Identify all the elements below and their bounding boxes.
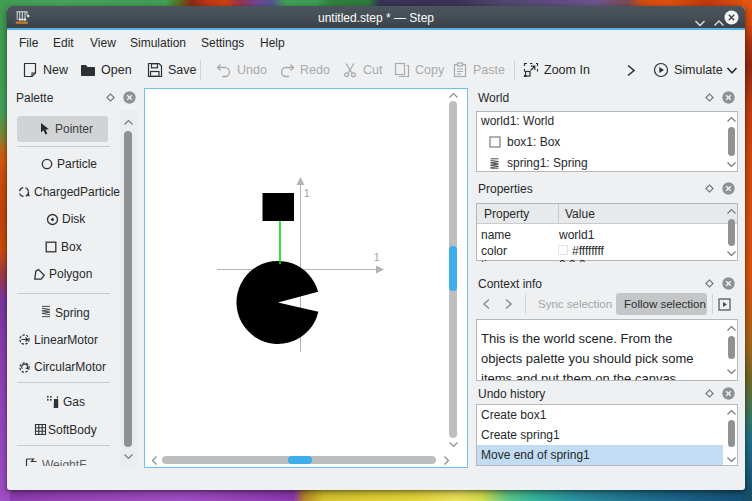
svg-text:1: 1: [304, 188, 310, 199]
svg-text:1: 1: [374, 252, 380, 263]
